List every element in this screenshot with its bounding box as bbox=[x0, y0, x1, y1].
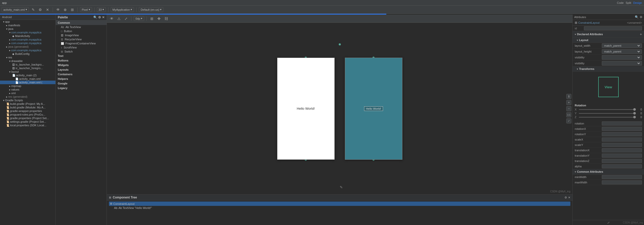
tree-item-gradle-scripts[interactable]: ▾ Gradle Scripts bbox=[0, 98, 55, 102]
translationX-input[interactable] bbox=[602, 148, 642, 152]
palette-cat-containers[interactable]: Containers bbox=[56, 72, 107, 77]
tree-item-java-gen[interactable]: ▸ java (generated) bbox=[0, 45, 55, 48]
tree-item-layout[interactable]: ▾ layout bbox=[0, 70, 55, 73]
zoom-out-button[interactable]: − bbox=[566, 106, 571, 111]
layout-icon[interactable]: ⊞ bbox=[70, 7, 75, 12]
rotation-x-slider[interactable] bbox=[579, 109, 636, 110]
tree-item-java[interactable]: ▾ java bbox=[0, 27, 55, 31]
expand-bottom-icon[interactable]: ⤢ bbox=[607, 221, 610, 224]
visibility-value1[interactable] bbox=[602, 55, 642, 60]
tree-item-drawable[interactable]: ▾ drawable bbox=[0, 59, 55, 63]
tree-item-local-props[interactable]: 📜 local.properties (SDK Local... bbox=[0, 123, 55, 127]
palette-item-scrollview[interactable]: ↕ ScrollView bbox=[56, 45, 107, 49]
palette-cat-google[interactable]: Google bbox=[56, 81, 107, 86]
translationY-input[interactable] bbox=[602, 154, 642, 158]
tree-item-proguard[interactable]: 📜 proguard-rules.pro (ProGu... bbox=[0, 113, 55, 116]
edit-canvas-icon[interactable]: ✎ bbox=[340, 185, 343, 189]
ct-constraint-layout[interactable]: ⊞ ConstraintLayout bbox=[109, 202, 570, 206]
tree-item-buildconfig[interactable]: ◆ BuildConfig bbox=[0, 52, 55, 56]
palette-item-fragmentcontainer[interactable]: ⬜ FragmentContainerView bbox=[56, 41, 107, 45]
design-canvas[interactable]: Hello World! bbox=[277, 58, 335, 160]
tree-item-ic-fg[interactable]: 🖼 ic_launcher_foregro... bbox=[0, 66, 55, 70]
tree-item-mipmap[interactable]: ▸ mipmap bbox=[0, 84, 55, 88]
palette-item-imageview[interactable]: 🖼 ImageView bbox=[56, 33, 107, 37]
align-icon[interactable]: ⊞ bbox=[149, 16, 155, 21]
magnet-icon[interactable]: ⊕ bbox=[62, 7, 68, 12]
ct-close-icon[interactable]: ✕ bbox=[568, 196, 570, 199]
close-icon[interactable]: ✕ bbox=[45, 7, 50, 12]
warning-icon[interactable]: ⚠ bbox=[116, 16, 122, 21]
pixel-dropdown[interactable]: Pixel ▾ bbox=[80, 7, 92, 12]
palette-settings-icon[interactable]: ⚙ bbox=[98, 16, 101, 19]
zoom-in-button[interactable]: + bbox=[566, 100, 571, 105]
layout-width-select[interactable]: match_parent bbox=[603, 44, 641, 47]
palette-cat-buttons[interactable]: Buttons bbox=[56, 58, 107, 63]
tree-item-values[interactable]: ▸ values bbox=[0, 88, 55, 91]
tree-item-manifests[interactable]: ▸ manifests bbox=[0, 23, 55, 27]
ct-settings-icon[interactable]: ⚙ bbox=[564, 196, 567, 199]
ct-textview[interactable]: Ab Ab TextView "Hello World!" bbox=[109, 206, 570, 210]
dp-dropdown[interactable]: 0dp ▾ bbox=[134, 16, 144, 21]
visibility-toggle-icon[interactable]: 👁 bbox=[109, 16, 115, 21]
layout-height-value[interactable]: match_parent bbox=[602, 49, 642, 54]
tree-item-activity-xml2[interactable]: 📄 activity_main.xml ( bbox=[0, 81, 55, 84]
layout-height-select[interactable]: match_parent bbox=[603, 50, 641, 53]
tree-item-build-gradle-mod[interactable]: 📜 build.gradle (Module: My A... bbox=[0, 106, 55, 109]
locale-dropdown[interactable]: Default (en-us) ▾ bbox=[139, 7, 163, 12]
palette-cat-legacy[interactable]: Legacy bbox=[56, 86, 107, 90]
visibility-select2[interactable] bbox=[603, 61, 641, 65]
visibility-value2[interactable] bbox=[602, 61, 642, 66]
scaleX-input[interactable] bbox=[602, 138, 642, 142]
scaleY-input[interactable] bbox=[602, 143, 642, 147]
rotationX-input[interactable] bbox=[602, 127, 642, 131]
tree-item-activity-xml1[interactable]: 📄 activity_main.xml bbox=[0, 77, 55, 81]
tree-item-settings-gradle[interactable]: 📜 settings.gradle (Project Set... bbox=[0, 120, 55, 123]
alpha-input[interactable] bbox=[602, 164, 642, 168]
rotationY-input[interactable] bbox=[602, 132, 642, 136]
tree-item-pkg1[interactable]: ▾ com.example.myapplica bbox=[0, 31, 55, 34]
tree-item-xml-dir[interactable]: ▸ xml bbox=[0, 91, 55, 95]
tree-item-gradle-props[interactable]: 📜 gradle.properties (Project Set... bbox=[0, 116, 55, 120]
layout-width-value[interactable]: match_parent bbox=[602, 43, 642, 48]
tree-item-pkg3[interactable]: ▸ com.example.myapplica bbox=[0, 41, 55, 45]
split-tab[interactable]: Split bbox=[626, 1, 631, 4]
palette-item-textview[interactable]: Ab Ab TextView bbox=[56, 25, 107, 29]
palette-cat-common[interactable]: Common bbox=[56, 20, 107, 25]
tree-item-pkg2[interactable]: ▸ com.example.myapplica bbox=[0, 38, 55, 41]
rotation-input[interactable] bbox=[602, 121, 642, 126]
transforms-section[interactable]: ▾ Transforms bbox=[573, 66, 644, 72]
palette-search-icon[interactable]: 🔍 bbox=[93, 16, 97, 19]
id-input[interactable] bbox=[584, 26, 642, 30]
declared-attrs-add[interactable]: + bbox=[640, 32, 642, 36]
palette-cat-widgets[interactable]: Widgets bbox=[56, 63, 107, 67]
expand-canvas-button[interactable]: ⤢ bbox=[566, 118, 571, 123]
settings-icon[interactable]: ⚙ bbox=[38, 7, 43, 12]
tree-item-build-gradle-proj[interactable]: 📜 build.gradle (Project: My A... bbox=[0, 102, 55, 106]
palette-close-icon[interactable]: ✕ bbox=[102, 16, 105, 19]
translationZ-input[interactable] bbox=[602, 159, 642, 163]
expand-icon[interactable]: ⤢ bbox=[123, 16, 129, 21]
api-dropdown[interactable]: 33 ▾ bbox=[97, 7, 106, 12]
visibility-select1[interactable] bbox=[603, 56, 641, 59]
rotation-z-slider[interactable] bbox=[579, 117, 636, 118]
tree-item-gradle-wrapper[interactable]: 📜 gradle-wrapper.properties bbox=[0, 109, 55, 113]
design-tab-top[interactable]: Design bbox=[633, 1, 642, 4]
palette-item-button[interactable]: □ Button bbox=[56, 29, 107, 33]
info-button[interactable]: ℹ bbox=[566, 94, 571, 99]
app-dropdown[interactable]: MyApplication ▾ bbox=[111, 7, 134, 12]
eye-icon[interactable]: 👁 bbox=[55, 7, 61, 12]
file-name-dropdown[interactable]: activity_main.xml ▾ bbox=[2, 7, 29, 12]
attrs-settings-icon[interactable]: ⚙ bbox=[640, 15, 642, 19]
rotation-y-slider[interactable] bbox=[579, 113, 636, 114]
guides-icon[interactable]: ✤ bbox=[156, 16, 162, 21]
layout-section[interactable]: ▾ Layout bbox=[573, 38, 644, 43]
attrs-search-icon[interactable]: 🔍 bbox=[635, 15, 639, 19]
declared-attrs-section[interactable]: ▾ Declared Attributes + bbox=[573, 31, 644, 38]
minWidth-input[interactable] bbox=[602, 175, 642, 179]
code-tab[interactable]: Code bbox=[617, 1, 624, 4]
maxWidth-input[interactable] bbox=[602, 180, 642, 184]
tree-item-ic-bg[interactable]: 🖼 ic_launcher_backgro... bbox=[0, 63, 55, 66]
tree-item-app[interactable]: ▾ app bbox=[0, 20, 55, 23]
chain-icon[interactable]: ⛓ bbox=[163, 16, 169, 21]
palette-item-recyclerview[interactable]: ☰ RecyclerView bbox=[56, 37, 107, 41]
